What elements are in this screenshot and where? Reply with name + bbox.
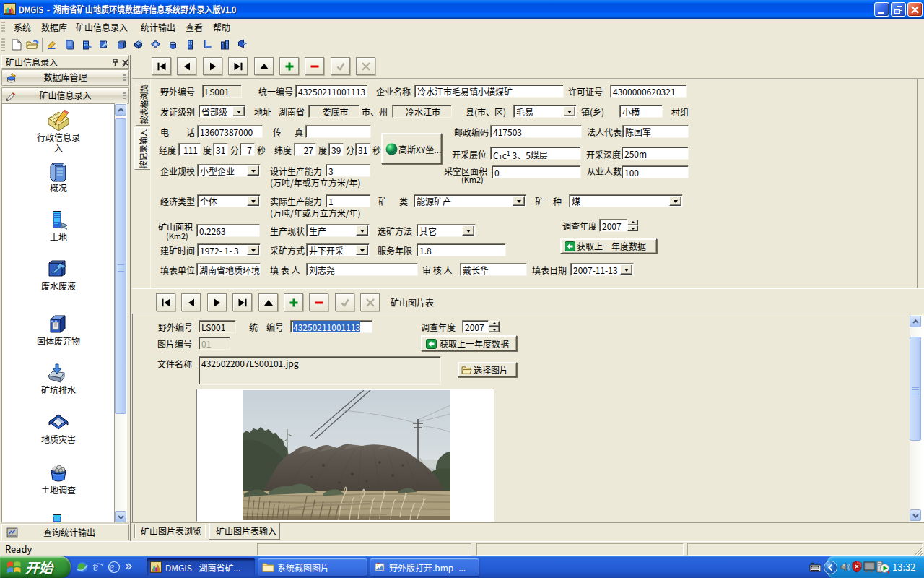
svg-text:e: e [93,561,98,573]
